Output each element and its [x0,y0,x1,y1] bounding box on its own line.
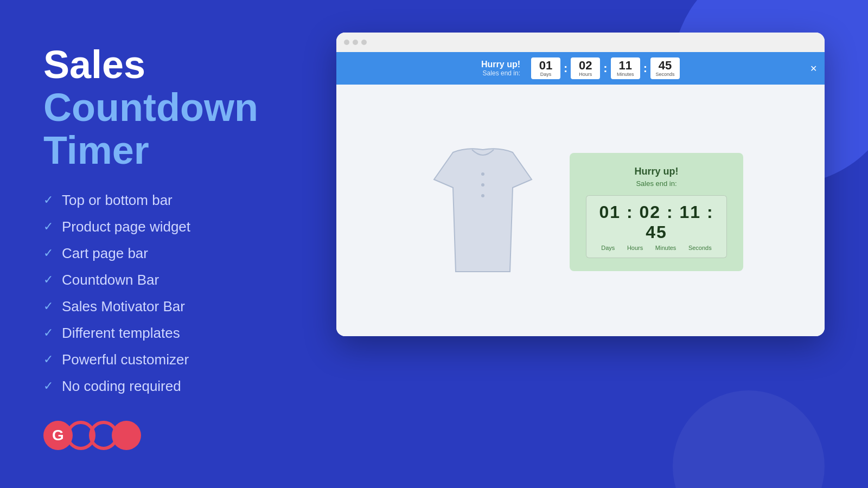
seconds-number: 45 [655,60,675,72]
close-icon[interactable]: ✕ [810,63,817,74]
colon-3: : [643,61,647,75]
check-icon-4: ✓ [43,273,53,287]
browser-window: Hurry up! Sales end in: 01 Days : 02 Hou… [336,33,825,336]
feature-label-1: Top or bottom bar [62,192,173,209]
feature-item-8: ✓ No coding required [43,378,304,395]
left-panel: Sales Countdown Timer ✓ Top or bottom ba… [43,33,304,450]
feature-item-4: ✓ Countdown Bar [43,272,304,288]
check-icon-6: ✓ [43,326,53,340]
logo-wrapper: G [43,421,304,450]
widget-timer-labels: Days Hours Minutes Seconds [595,245,718,251]
minutes-label: Minutes [615,72,636,77]
feature-label-2: Product page widget [62,219,190,235]
widget-days-label: Days [601,245,615,251]
title-timer: Timer [43,129,149,172]
days-number: 01 [535,60,556,72]
bar-label: Hurry up! Sales end in: [481,60,520,77]
hours-label: Hours [575,72,596,77]
widget-hurry-text: Hurry up! [586,166,727,177]
colon-2: : [603,61,607,75]
bar-sales-text: Sales end in: [481,69,520,77]
widget-timer-box: 01 : 02 : 11 : 45 Days Hours Minutes Sec… [586,195,727,258]
logo-g: G [43,421,73,450]
feature-label-5: Sales Motivator Bar [62,298,185,315]
feature-item-6: ✓ Different templates [43,325,304,342]
check-icon-1: ✓ [43,193,53,207]
feature-item-3: ✓ Cart page bar [43,245,304,262]
colon-1: : [564,61,567,75]
title-sales: Sales [43,43,145,86]
shirt-placeholder [418,136,548,288]
features-list: ✓ Top or bottom bar ✓ Product page widge… [43,192,304,395]
widget-minutes-label: Minutes [655,245,676,251]
check-icon-2: ✓ [43,220,53,234]
days-block: 01 Days [531,57,560,79]
widget-seconds-label: Seconds [688,245,712,251]
product-area: Hurry up! Sales end in: 01 : 02 : 11 : 4… [336,85,825,336]
hours-block: 02 Hours [571,57,600,79]
svg-point-2 [481,194,484,197]
svg-point-1 [481,183,484,187]
browser-dot-1 [344,40,349,45]
feature-label-3: Cart page bar [62,245,148,262]
browser-dot-2 [353,40,358,45]
seconds-block: 45 Seconds [650,57,680,79]
bar-hurry-text: Hurry up! [481,60,520,69]
browser-dot-3 [361,40,367,45]
svg-point-0 [481,172,484,176]
feature-label-8: No coding required [62,378,181,395]
bar-timer-group: 01 Days : 02 Hours : 11 Minutes : [531,57,680,79]
hours-number: 02 [575,60,596,72]
widget-sales-text: Sales end in: [586,179,727,188]
title-countdown: Countdown [43,86,258,129]
feature-label-6: Different templates [62,325,180,342]
check-icon-3: ✓ [43,246,53,260]
days-label: Days [535,72,556,77]
widget-hours-label: Hours [627,245,643,251]
minutes-block: 11 Minutes [611,57,640,79]
feature-item-7: ✓ Powerful customizer [43,351,304,368]
check-icon-7: ✓ [43,352,53,367]
check-icon-5: ✓ [43,299,53,313]
widget-timer-numbers: 01 : 02 : 11 : 45 [595,202,718,242]
check-icon-8: ✓ [43,379,53,393]
browser-toolbar [336,33,825,52]
right-panel: Hurry up! Sales end in: 01 Days : 02 Hou… [304,33,835,336]
feature-item-2: ✓ Product page widget [43,219,304,235]
feature-item-1: ✓ Top or bottom bar [43,192,304,209]
minutes-number: 11 [615,60,636,72]
feature-item-5: ✓ Sales Motivator Bar [43,298,304,315]
countdown-bar: Hurry up! Sales end in: 01 Days : 02 Hou… [336,52,825,85]
feature-label-4: Countdown Bar [62,272,159,288]
seconds-label: Seconds [655,72,675,77]
product-widget: Hurry up! Sales end in: 01 : 02 : 11 : 4… [570,153,743,271]
logo: G [43,421,304,450]
main-title: Sales Countdown Timer [43,43,304,172]
feature-label-7: Powerful customizer [62,351,189,368]
